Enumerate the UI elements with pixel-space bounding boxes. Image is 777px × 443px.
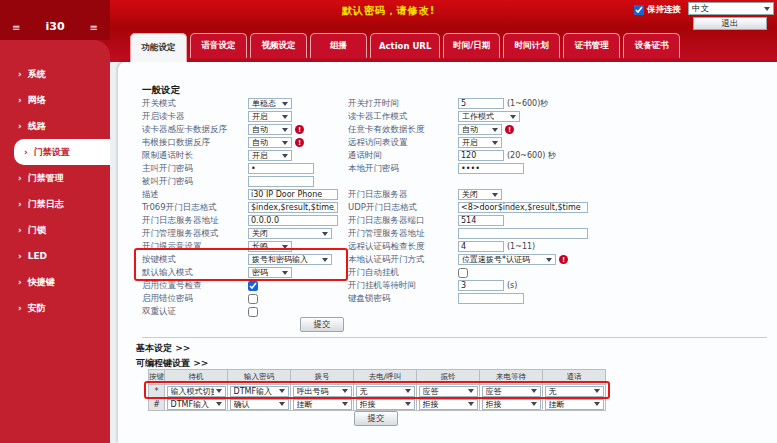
sidebar-item-6[interactable]: ›门锁 [0,217,110,243]
form-input[interactable] [458,280,504,291]
form-select[interactable]: 输入模式切换 [167,386,226,397]
form-row: 双重认证 [142,305,770,318]
tab-1[interactable]: 语音设定 [190,33,247,58]
table-cell: 拒接 [480,398,543,411]
field-control: 开启 [248,149,348,162]
form-select[interactable]: 挂断 [293,399,352,410]
chevron-down-icon [322,258,328,262]
form-select[interactable]: 呼出号码 [293,386,352,397]
form-select[interactable]: 长鸣 [248,241,292,252]
form-input[interactable] [248,202,338,213]
field-label: 开门自动挂机 [348,267,458,279]
tab-7[interactable]: 证书管理 [563,33,620,58]
language-select[interactable]: 中文 [688,2,774,15]
form-select[interactable]: 拒接 [482,399,541,410]
form-input[interactable] [458,98,504,109]
form-select[interactable]: 拒接 [419,399,478,410]
form-checkbox[interactable] [248,281,258,291]
tab-3[interactable]: 组播 [310,33,367,58]
form-input[interactable] [458,241,504,252]
form-select[interactable]: DTMF输入 [230,386,289,397]
select-value: 开启 [462,137,478,148]
form-select[interactable]: 自动 [248,124,292,135]
sidebar-item-3[interactable]: ›门禁设置 [14,139,110,165]
menu-icon[interactable]: ≡ [12,22,20,33]
form-select[interactable]: 应答 [419,386,478,397]
field-label: 双重认证 [142,306,248,318]
tab-6[interactable]: 时间计划 [503,33,560,58]
table-cell: 拒接 [417,398,480,411]
form-select[interactable]: 密码 [248,267,292,278]
sidebar-item-5[interactable]: ›门禁日志 [0,191,110,217]
form-select[interactable]: 单稳态 [248,98,292,109]
form-input[interactable] [458,228,588,239]
field-label: 开门管理服务器模式 [142,228,248,240]
field-control: 自动! [248,123,348,136]
form-row: 开启读卡器开启读卡器工作模式工作模式 [142,110,770,123]
form-select[interactable]: 工作模式 [458,111,520,122]
form-checkbox[interactable] [248,294,258,304]
form-select[interactable]: 自动 [248,137,292,148]
form-select[interactable]: 挂断 [545,399,604,410]
form-select[interactable]: 开启 [248,150,292,161]
sidebar-item-7[interactable]: ›LED [0,243,110,269]
form-input[interactable] [248,189,338,200]
form-input[interactable] [458,293,524,304]
form-select[interactable]: 无 [356,386,415,397]
submit-button-general[interactable]: 提交 [300,317,344,332]
collapse-icon[interactable]: ≡ [90,22,98,33]
form-select[interactable]: DTMF输入 [167,399,226,410]
form-select[interactable]: 关闭 [458,189,502,200]
form-input[interactable] [248,176,314,187]
keep-online-option: 保持连接 [634,4,681,16]
keep-online-checkbox[interactable] [634,5,644,15]
form-input[interactable] [458,202,588,213]
tab-2[interactable]: 视频设定 [250,33,307,58]
form-input[interactable] [458,163,524,174]
form-select[interactable]: 应答 [482,386,541,397]
form-checkbox[interactable] [458,268,468,278]
form-input[interactable] [248,215,338,226]
form-row: 读卡器感应卡数据反序自动!任意卡有效数据长度自动! [142,123,770,136]
sidebar-item-4[interactable]: ›门禁管理 [0,165,110,191]
form-input[interactable] [458,150,504,161]
form-select[interactable]: 开启 [248,111,292,122]
form-input[interactable] [248,163,314,174]
section-title-basic[interactable]: 基本设定 >> [136,342,190,355]
form-select[interactable]: 位置速拨号*认证码 [458,254,556,265]
sidebar-item-1[interactable]: ›网络 [0,87,110,113]
field-label: 读卡器工作模式 [348,111,458,123]
chevron-down-icon [764,7,770,11]
tab-4[interactable]: Action URL [370,33,440,58]
form-select[interactable]: 无 [545,386,604,397]
form-checkbox[interactable] [248,307,258,317]
tab-5[interactable]: 时间/日期 [443,33,500,58]
form-select[interactable]: 开启 [458,137,502,148]
form-select[interactable]: 确认 [230,399,289,410]
sidebar-item-2[interactable]: ›线路 [0,113,110,139]
input-suffix: (1~11) [507,242,535,251]
sidebar-item-8[interactable]: ›快捷键 [0,269,110,295]
select-value: 自动 [462,124,478,135]
sidebar-item-9[interactable]: ›安防 [0,295,110,321]
field-label: 通话时间 [348,150,458,162]
field-control [458,266,770,279]
section-title-general: 一般设定 [142,84,180,97]
field-control [248,175,348,188]
form-select[interactable]: 拨号和密码输入 [248,254,332,265]
form-select[interactable]: 关闭 [248,228,332,239]
submit-button-progkeys[interactable]: 提交 [354,411,398,426]
tab-0[interactable]: 功能设定 [130,33,187,62]
sidebar-item-label: 门禁设置 [34,146,70,159]
sidebar-item-0[interactable]: ›系统 [0,61,110,87]
form-select[interactable]: 自动 [458,124,502,135]
chevron-right-icon: › [18,278,22,287]
form-row: 开门提示音设置长鸣远程认证码检查长度(1~11) [142,240,770,253]
chevron-right-icon: › [18,226,22,235]
field-label: 启用位置号检查 [142,280,248,292]
logout-button[interactable]: 退出 [693,17,767,30]
tab-8[interactable]: 设备证书 [623,33,680,58]
form-select[interactable]: 拒接 [356,399,415,410]
form-input[interactable] [458,215,504,226]
sidebar-nav: ›系统›网络›线路›门禁设置›门禁管理›门禁日志›门锁›LED›快捷键›安防 [0,40,110,443]
